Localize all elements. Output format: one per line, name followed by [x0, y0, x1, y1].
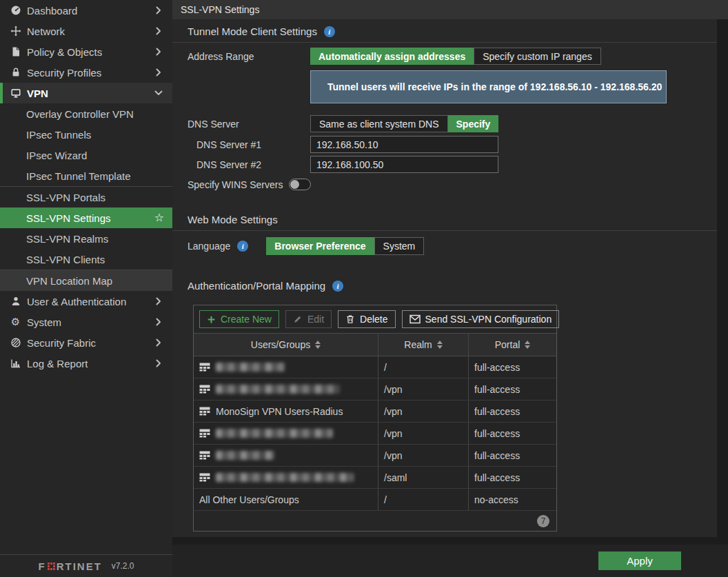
cell-portal: no-access	[469, 489, 556, 510]
users-groups-value: MonoSign VPN Users-Radius	[216, 406, 343, 417]
sidebar-item-label: VPN Location Map	[26, 275, 112, 287]
sidebar-item-security-profiles[interactable]: Security Profiles	[0, 62, 172, 83]
user-group-icon	[199, 451, 210, 460]
sidebar-item-label: IPsec Wizard	[26, 150, 87, 161]
chevron-right-icon	[153, 26, 164, 37]
dns-server-1-input[interactable]	[310, 136, 498, 153]
sidebar-item-label: VPN	[27, 88, 153, 99]
user-group-icon	[199, 385, 210, 394]
table-row[interactable]: /vpn full-access	[194, 378, 556, 401]
redacted-text	[216, 429, 333, 438]
sidebar-item-overlay-controller-vpn[interactable]: Overlay Controller VPN	[0, 103, 172, 124]
column-header-realm[interactable]: Realm	[378, 334, 469, 356]
page-titlebar: SSL-VPN Settings	[172, 0, 728, 19]
chevron-right-icon	[153, 46, 164, 57]
dns-server-1-row: DNS Server #1	[188, 136, 717, 153]
info-icon[interactable]: i	[332, 281, 343, 292]
column-header-portal[interactable]: Portal	[469, 334, 556, 356]
info-icon[interactable]: i	[237, 241, 248, 252]
trash-icon	[345, 314, 355, 324]
sidebar-item-network[interactable]: Network	[0, 21, 172, 41]
info-icon[interactable]: i	[324, 26, 335, 37]
sidebar-item-label: IPsec Tunnels	[26, 129, 91, 141]
table-header: Users/Groups Realm Portal	[194, 333, 556, 356]
user-group-icon	[199, 473, 210, 482]
dns-server-2-label: DNS Server #2	[188, 159, 310, 170]
table-row[interactable]: /vpn full-access	[194, 445, 556, 467]
redacted-text	[216, 473, 354, 482]
document-icon	[10, 46, 21, 57]
column-header-users-groups[interactable]: Users/Groups	[194, 334, 378, 356]
browser-preference-button[interactable]: Browser Preference	[266, 237, 374, 255]
chevron-right-icon	[153, 316, 164, 327]
sidebar-item-user-authentication[interactable]: User & Authentication	[0, 291, 172, 312]
edit-button[interactable]: Edit	[285, 310, 332, 328]
sidebar-item-ssl-vpn-portals[interactable]: SSL-VPN Portals	[0, 187, 172, 207]
toggle-knob	[290, 180, 299, 189]
sidebar-item-system[interactable]: ⚙ System	[0, 312, 172, 332]
chevron-right-icon	[153, 358, 164, 369]
plus-icon	[207, 315, 216, 324]
cell-realm: /vpn	[378, 423, 469, 444]
specify-custom-ip-ranges-button[interactable]: Specify custom IP ranges	[474, 48, 600, 65]
table-row[interactable]: /vpn full-access	[194, 423, 556, 445]
apply-button[interactable]: Apply	[598, 551, 681, 570]
cell-portal: full-access	[469, 445, 556, 466]
sidebar-item-label: Log & Report	[27, 358, 153, 370]
sidebar-item-ipsec-tunnels[interactable]: IPsec Tunnels	[0, 124, 172, 145]
sidebar-item-log-report[interactable]: Log & Report	[0, 353, 172, 374]
network-move-icon	[10, 26, 21, 37]
wins-servers-toggle[interactable]	[289, 179, 311, 190]
address-range-row: Address Range Automatically assign addre…	[188, 48, 717, 65]
send-ssl-vpn-configuration-button[interactable]: Send SSL-VPN Configuration	[402, 310, 560, 328]
table-footer: 7	[194, 511, 556, 531]
table-row[interactable]: /saml full-access	[194, 467, 556, 489]
sidebar-item-vpn-location-map[interactable]: VPN Location Map	[0, 270, 172, 291]
sidebar-item-label: SSL-VPN Settings	[26, 212, 111, 224]
sidebar-item-label: Dashboard	[27, 5, 153, 17]
section-web-mode-header: Web Mode Settings	[172, 207, 717, 231]
wins-servers-label: Specify WINS Servers	[188, 179, 283, 190]
sidebar-item-policy-objects[interactable]: Policy & Objects	[0, 41, 172, 62]
gear-icon: ⚙	[10, 316, 21, 327]
table-row[interactable]: All Other Users/Groups / no-access	[194, 489, 556, 511]
sidebar-item-ipsec-wizard[interactable]: IPsec Wizard	[0, 145, 172, 165]
cell-users-groups: All Other Users/Groups	[194, 489, 378, 510]
sidebar-item-label: Policy & Objects	[27, 46, 153, 58]
table-row[interactable]: / full-access	[194, 356, 556, 378]
cell-realm: /	[378, 356, 469, 378]
cell-realm: /vpn	[378, 445, 469, 466]
dns-server-segmented: Same as client system DNS Specify	[310, 115, 498, 132]
cell-realm: /vpn	[378, 378, 469, 400]
sidebar-item-ssl-vpn-settings[interactable]: SSL-VPN Settings ☆	[0, 207, 172, 228]
table-row[interactable]: MonoSign VPN Users-Radius /vpn full-acce…	[194, 401, 556, 423]
sidebar-item-security-fabric[interactable]: Security Fabric	[0, 332, 172, 353]
edit-label: Edit	[307, 314, 324, 325]
auto-assign-addresses-button[interactable]: Automatically assign addresses	[310, 48, 474, 65]
settings-panel: Tunnel Mode Client Settings i Address Ra…	[172, 19, 717, 537]
sidebar-item-ssl-vpn-clients[interactable]: SSL-VPN Clients	[0, 249, 172, 270]
sidebar-item-ssl-vpn-realms[interactable]: SSL-VPN Realms	[0, 228, 172, 249]
language-system-button[interactable]: System	[374, 237, 425, 255]
chevron-right-icon	[153, 337, 164, 348]
favorite-star-icon[interactable]: ☆	[154, 212, 164, 223]
sidebar-item-label: Security Profiles	[27, 67, 153, 79]
fortinet-logo-grid-icon	[48, 563, 55, 570]
sidebar-item-ipsec-tunnel-template[interactable]: IPsec Tunnel Template	[0, 165, 172, 186]
sidebar-item-dashboard[interactable]: Dashboard	[0, 0, 172, 21]
dns-same-as-client-button[interactable]: Same as client system DNS	[310, 115, 448, 132]
user-group-icon	[199, 407, 210, 416]
dns-server-2-input[interactable]	[310, 156, 498, 173]
sidebar-item-vpn[interactable]: VPN	[0, 83, 172, 103]
cell-users-groups	[194, 445, 378, 466]
security-fabric-icon	[10, 337, 21, 348]
row-count-badge: 7	[537, 515, 549, 527]
sidebar-item-label: SSL-VPN Clients	[26, 254, 105, 265]
dns-specify-button[interactable]: Specify	[448, 115, 499, 132]
delete-button[interactable]: Delete	[338, 310, 395, 328]
language-row: Language i Browser Preference System	[188, 237, 717, 255]
create-new-button[interactable]: Create New	[199, 310, 279, 328]
dns-server-1-label: DNS Server #1	[188, 139, 310, 150]
cell-portal: full-access	[469, 467, 556, 488]
sidebar-item-label: Overlay Controller VPN	[26, 108, 134, 120]
